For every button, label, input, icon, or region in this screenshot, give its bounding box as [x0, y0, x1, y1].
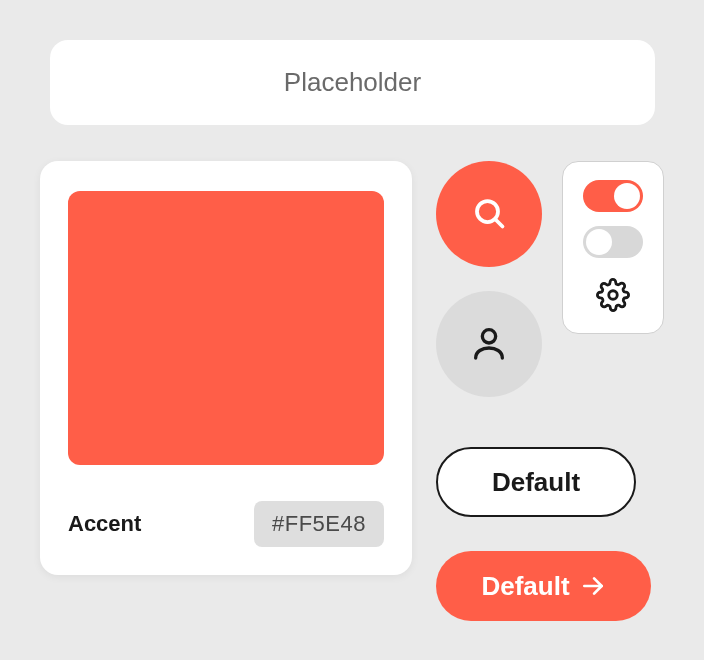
search-button[interactable]	[436, 161, 542, 267]
hex-value: #FF5E48	[254, 501, 384, 547]
toggle-on[interactable]	[583, 180, 643, 212]
default-outline-button[interactable]: Default	[436, 447, 636, 517]
main-row: Accent #FF5E48	[40, 161, 664, 621]
toggle-off[interactable]	[583, 226, 643, 258]
color-card-footer: Accent #FF5E48	[68, 501, 384, 547]
icon-button-stack	[436, 161, 542, 397]
color-card: Accent #FF5E48	[40, 161, 412, 575]
right-column: Default Default	[436, 161, 664, 621]
settings-button[interactable]	[596, 272, 630, 315]
button-label: Default	[481, 571, 569, 602]
default-filled-button[interactable]: Default	[436, 551, 651, 621]
color-swatch	[68, 191, 384, 465]
control-panel	[562, 161, 664, 334]
svg-point-3	[609, 291, 618, 300]
top-controls	[436, 161, 664, 397]
svg-line-1	[495, 219, 503, 227]
svg-point-2	[482, 329, 495, 342]
user-icon	[469, 323, 509, 366]
search-icon	[471, 195, 507, 234]
toggle-thumb	[614, 183, 640, 209]
placeholder-input[interactable]	[50, 40, 655, 125]
button-label: Default	[492, 467, 580, 498]
gear-icon	[596, 300, 630, 315]
user-button[interactable]	[436, 291, 542, 397]
swatch-label: Accent	[68, 511, 141, 537]
arrow-right-icon	[580, 573, 606, 599]
toggle-thumb	[586, 229, 612, 255]
